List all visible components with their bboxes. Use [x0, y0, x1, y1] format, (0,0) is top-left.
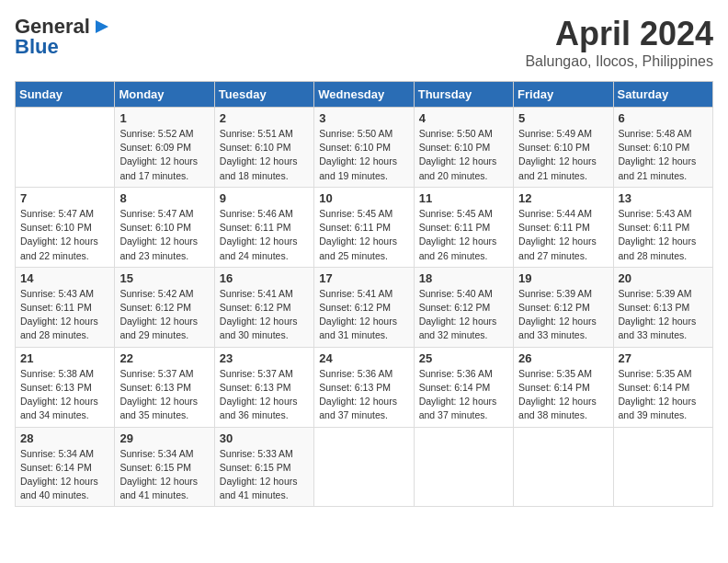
calendar-cell: 28Sunrise: 5:34 AM Sunset: 6:14 PM Dayli… — [16, 427, 115, 507]
day-info: Sunrise: 5:43 AM Sunset: 6:11 PM Dayligh… — [619, 207, 708, 263]
day-info: Sunrise: 5:34 AM Sunset: 6:15 PM Dayligh… — [119, 447, 209, 503]
day-number: 11 — [419, 191, 508, 205]
calendar-cell: 8Sunrise: 5:47 AM Sunset: 6:10 PM Daylig… — [115, 187, 214, 267]
calendar-cell: 11Sunrise: 5:45 AM Sunset: 6:11 PM Dayli… — [414, 187, 513, 267]
day-number: 18 — [419, 271, 508, 285]
day-number: 26 — [518, 351, 608, 365]
day-number: 3 — [319, 111, 408, 125]
title-block: April 2024 Balungao, Ilocos, Philippines — [525, 15, 713, 70]
day-number: 25 — [419, 351, 508, 365]
day-info: Sunrise: 5:46 AM Sunset: 6:11 PM Dayligh… — [220, 207, 309, 263]
calendar-cell: 24Sunrise: 5:36 AM Sunset: 6:13 PM Dayli… — [314, 347, 414, 427]
calendar-cell: 23Sunrise: 5:37 AM Sunset: 6:13 PM Dayli… — [214, 347, 313, 427]
day-number: 10 — [319, 191, 408, 205]
day-number: 28 — [20, 431, 109, 445]
day-number: 30 — [220, 431, 309, 445]
calendar-cell: 26Sunrise: 5:35 AM Sunset: 6:14 PM Dayli… — [514, 347, 613, 427]
page-subtitle: Balungao, Ilocos, Philippines — [525, 53, 713, 70]
calendar-week-row: 21Sunrise: 5:38 AM Sunset: 6:13 PM Dayli… — [16, 347, 713, 427]
day-number: 29 — [119, 431, 209, 445]
page-title: April 2024 — [525, 15, 713, 53]
header: General Blue April 2024 Balungao, Ilocos… — [15, 15, 713, 70]
day-info: Sunrise: 5:45 AM Sunset: 6:11 PM Dayligh… — [419, 207, 508, 263]
day-info: Sunrise: 5:49 AM Sunset: 6:10 PM Dayligh… — [518, 127, 608, 183]
calendar-cell: 10Sunrise: 5:45 AM Sunset: 6:11 PM Dayli… — [314, 187, 414, 267]
day-info: Sunrise: 5:47 AM Sunset: 6:10 PM Dayligh… — [119, 207, 209, 263]
calendar-cell: 1Sunrise: 5:52 AM Sunset: 6:09 PM Daylig… — [115, 108, 214, 188]
calendar-cell: 27Sunrise: 5:35 AM Sunset: 6:14 PM Dayli… — [613, 347, 712, 427]
col-header-friday: Friday — [514, 82, 613, 108]
day-number: 13 — [619, 191, 708, 205]
day-info: Sunrise: 5:44 AM Sunset: 6:11 PM Dayligh… — [518, 207, 608, 263]
day-number: 6 — [619, 111, 708, 125]
col-header-thursday: Thursday — [414, 82, 513, 108]
calendar-week-row: 1Sunrise: 5:52 AM Sunset: 6:09 PM Daylig… — [16, 108, 713, 188]
calendar-cell: 3Sunrise: 5:50 AM Sunset: 6:10 PM Daylig… — [314, 108, 414, 188]
day-info: Sunrise: 5:52 AM Sunset: 6:09 PM Dayligh… — [119, 127, 209, 183]
calendar-cell: 5Sunrise: 5:49 AM Sunset: 6:10 PM Daylig… — [514, 108, 613, 188]
calendar-cell: 22Sunrise: 5:37 AM Sunset: 6:13 PM Dayli… — [115, 347, 214, 427]
calendar-cell: 18Sunrise: 5:40 AM Sunset: 6:12 PM Dayli… — [414, 267, 513, 347]
day-number: 20 — [619, 271, 708, 285]
calendar-week-row: 28Sunrise: 5:34 AM Sunset: 6:14 PM Dayli… — [16, 427, 713, 507]
day-number: 12 — [518, 191, 608, 205]
col-header-tuesday: Tuesday — [214, 82, 313, 108]
col-header-sunday: Sunday — [16, 82, 115, 108]
day-info: Sunrise: 5:34 AM Sunset: 6:14 PM Dayligh… — [20, 447, 109, 503]
day-info: Sunrise: 5:37 AM Sunset: 6:13 PM Dayligh… — [119, 367, 209, 423]
day-info: Sunrise: 5:41 AM Sunset: 6:12 PM Dayligh… — [220, 287, 309, 343]
day-info: Sunrise: 5:40 AM Sunset: 6:12 PM Dayligh… — [419, 287, 508, 343]
day-number: 19 — [518, 271, 608, 285]
day-number: 27 — [619, 351, 708, 365]
day-info: Sunrise: 5:37 AM Sunset: 6:13 PM Dayligh… — [220, 367, 309, 423]
day-number: 21 — [20, 351, 109, 365]
day-info: Sunrise: 5:35 AM Sunset: 6:14 PM Dayligh… — [518, 367, 608, 423]
day-number: 7 — [20, 191, 109, 205]
calendar-week-row: 7Sunrise: 5:47 AM Sunset: 6:10 PM Daylig… — [16, 187, 713, 267]
day-number: 5 — [518, 111, 608, 125]
logo: General Blue — [15, 15, 112, 59]
day-number: 8 — [119, 191, 209, 205]
calendar-week-row: 14Sunrise: 5:43 AM Sunset: 6:11 PM Dayli… — [16, 267, 713, 347]
calendar-cell: 13Sunrise: 5:43 AM Sunset: 6:11 PM Dayli… — [613, 187, 712, 267]
day-number: 2 — [220, 111, 309, 125]
calendar-cell — [414, 427, 513, 507]
calendar-cell: 2Sunrise: 5:51 AM Sunset: 6:10 PM Daylig… — [214, 108, 313, 188]
day-number: 9 — [220, 191, 309, 205]
day-info: Sunrise: 5:33 AM Sunset: 6:15 PM Dayligh… — [220, 447, 309, 503]
day-info: Sunrise: 5:50 AM Sunset: 6:10 PM Dayligh… — [319, 127, 408, 183]
calendar-cell: 12Sunrise: 5:44 AM Sunset: 6:11 PM Dayli… — [514, 187, 613, 267]
day-info: Sunrise: 5:43 AM Sunset: 6:11 PM Dayligh… — [20, 287, 109, 343]
day-number: 1 — [119, 111, 209, 125]
svg-marker-0 — [96, 20, 108, 33]
day-number: 24 — [319, 351, 408, 365]
calendar-cell — [514, 427, 613, 507]
calendar-cell — [314, 427, 414, 507]
day-number: 23 — [220, 351, 309, 365]
col-header-wednesday: Wednesday — [314, 82, 414, 108]
calendar-cell: 21Sunrise: 5:38 AM Sunset: 6:13 PM Dayli… — [16, 347, 115, 427]
col-header-monday: Monday — [115, 82, 214, 108]
day-number: 4 — [419, 111, 508, 125]
calendar-cell: 4Sunrise: 5:50 AM Sunset: 6:10 PM Daylig… — [414, 108, 513, 188]
calendar-cell: 9Sunrise: 5:46 AM Sunset: 6:11 PM Daylig… — [214, 187, 313, 267]
calendar-cell: 20Sunrise: 5:39 AM Sunset: 6:13 PM Dayli… — [613, 267, 712, 347]
day-number: 22 — [119, 351, 209, 365]
logo-blue: Blue — [15, 35, 59, 59]
calendar-cell: 7Sunrise: 5:47 AM Sunset: 6:10 PM Daylig… — [16, 187, 115, 267]
calendar-cell: 29Sunrise: 5:34 AM Sunset: 6:15 PM Dayli… — [115, 427, 214, 507]
calendar-cell: 25Sunrise: 5:36 AM Sunset: 6:14 PM Dayli… — [414, 347, 513, 427]
calendar-cell: 19Sunrise: 5:39 AM Sunset: 6:12 PM Dayli… — [514, 267, 613, 347]
day-number: 17 — [319, 271, 408, 285]
calendar-cell: 15Sunrise: 5:42 AM Sunset: 6:12 PM Dayli… — [115, 267, 214, 347]
calendar-cell — [613, 427, 712, 507]
calendar-cell: 16Sunrise: 5:41 AM Sunset: 6:12 PM Dayli… — [214, 267, 313, 347]
calendar-cell — [16, 108, 115, 188]
calendar-header-row: SundayMondayTuesdayWednesdayThursdayFrid… — [16, 82, 713, 108]
day-info: Sunrise: 5:50 AM Sunset: 6:10 PM Dayligh… — [419, 127, 508, 183]
day-info: Sunrise: 5:41 AM Sunset: 6:12 PM Dayligh… — [319, 287, 408, 343]
logo-arrow-icon — [92, 17, 112, 37]
day-info: Sunrise: 5:42 AM Sunset: 6:12 PM Dayligh… — [119, 287, 209, 343]
calendar-cell: 6Sunrise: 5:48 AM Sunset: 6:10 PM Daylig… — [613, 108, 712, 188]
day-info: Sunrise: 5:36 AM Sunset: 6:13 PM Dayligh… — [319, 367, 408, 423]
